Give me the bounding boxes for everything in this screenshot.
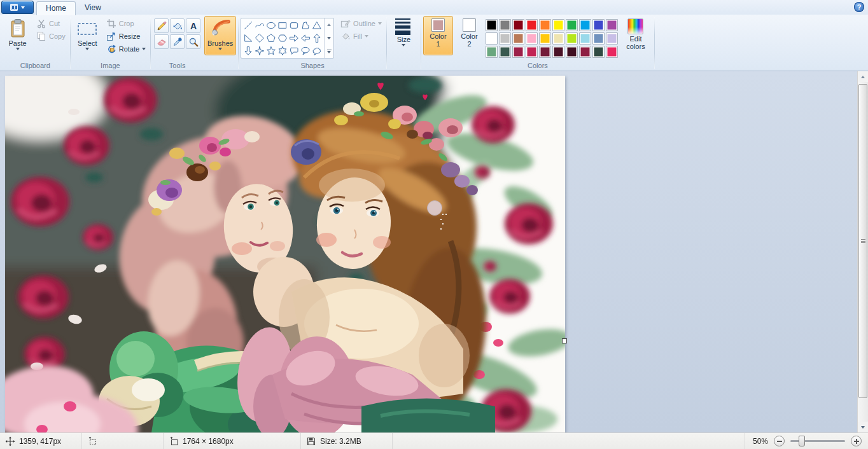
edit-colors-button[interactable]: Edit colors xyxy=(619,16,652,55)
palette-swatch[interactable] xyxy=(486,46,498,58)
more-shapes-icon xyxy=(327,50,332,53)
shape-hexagon-button[interactable] xyxy=(277,32,288,45)
shape-star-5-button[interactable] xyxy=(265,45,277,57)
tool-pencil-button[interactable] xyxy=(154,18,169,33)
canvas-resize-handle[interactable] xyxy=(562,338,567,343)
scroll-down-button[interactable] xyxy=(858,422,868,432)
shape-callout-oval-button[interactable] xyxy=(300,45,311,57)
shape-arrow-up-button[interactable] xyxy=(311,32,323,45)
color2-button[interactable]: Color 2 xyxy=(454,16,484,55)
group-divider xyxy=(654,17,655,69)
shapes-scroll-down-button[interactable] xyxy=(325,32,333,45)
right-triangle-icon xyxy=(243,33,253,43)
resize-button[interactable]: Resize xyxy=(104,31,148,42)
shape-ellipse-button[interactable] xyxy=(265,19,277,32)
palette-swatch[interactable] xyxy=(512,46,524,58)
palette-swatch[interactable] xyxy=(486,32,498,45)
zoom-slider-thumb[interactable] xyxy=(799,436,805,446)
palette-swatch[interactable] xyxy=(606,32,618,45)
palette-swatch[interactable] xyxy=(592,32,605,45)
rotate-button[interactable]: Rotate xyxy=(104,43,148,55)
palette-swatch[interactable] xyxy=(526,19,538,31)
palette-swatch[interactable] xyxy=(499,46,511,58)
palette-swatch[interactable] xyxy=(579,32,591,45)
palette-swatch[interactable] xyxy=(512,32,524,45)
drawing-canvas[interactable] xyxy=(5,76,565,432)
palette-swatch[interactable] xyxy=(486,19,498,31)
palette-swatch[interactable] xyxy=(499,32,511,45)
palette-swatch[interactable] xyxy=(526,46,538,58)
palette-swatch[interactable] xyxy=(526,32,538,45)
palette-swatch[interactable] xyxy=(566,19,578,31)
shape-arrow-right-button[interactable] xyxy=(288,32,300,45)
shape-rounded-rectangle-button[interactable] xyxy=(288,19,300,32)
shape-arrow-down-button[interactable] xyxy=(242,45,254,57)
zoom-slider[interactable] xyxy=(790,440,845,442)
vertical-scrollbar[interactable] xyxy=(857,71,868,432)
paste-button[interactable]: Paste xyxy=(3,16,32,55)
help-icon[interactable] xyxy=(854,2,864,12)
palette-swatch[interactable] xyxy=(606,46,618,58)
palette-swatch[interactable] xyxy=(539,19,551,31)
zoom-in-button[interactable] xyxy=(851,436,862,446)
palette-swatch[interactable] xyxy=(552,46,564,58)
cut-button[interactable]: Cut xyxy=(34,18,68,29)
tool-fill-with-color-button[interactable] xyxy=(170,18,185,33)
palette-swatch[interactable] xyxy=(539,32,551,45)
palette-swatch[interactable] xyxy=(566,46,578,58)
size-button[interactable]: Size xyxy=(389,16,419,55)
tool-text-button[interactable]: A xyxy=(186,18,200,33)
palette-swatch[interactable] xyxy=(592,46,605,58)
shape-outline-button[interactable]: Outline xyxy=(338,18,384,29)
brushes-button[interactable]: Brushes xyxy=(204,16,236,55)
shape-triangle-button[interactable] xyxy=(311,19,323,32)
palette-swatch[interactable] xyxy=(566,32,578,45)
paste-icon xyxy=(8,18,28,39)
shape-line-button[interactable] xyxy=(242,19,254,32)
shape-star-4-button[interactable] xyxy=(254,45,265,57)
shape-callout-cloud-button[interactable] xyxy=(311,45,323,57)
scroll-up-button[interactable] xyxy=(858,71,868,82)
selection-size-indicator xyxy=(82,433,164,449)
shape-callout-rounded-button[interactable] xyxy=(288,45,300,57)
callout-cloud-icon xyxy=(312,46,322,56)
application-menu-button[interactable] xyxy=(1,1,34,14)
tool-magnifier-button[interactable] xyxy=(186,34,200,49)
chevron-down-icon xyxy=(218,48,222,50)
copy-button[interactable]: Copy xyxy=(34,31,68,42)
color1-button[interactable]: Color 1 xyxy=(423,16,453,55)
zoom-out-button[interactable] xyxy=(774,436,785,446)
palette-swatch[interactable] xyxy=(552,19,564,31)
palette-swatch[interactable] xyxy=(539,46,551,58)
tab-view[interactable]: View xyxy=(76,1,110,15)
shape-star-6-button[interactable] xyxy=(277,45,288,57)
shape-pentagon-button[interactable] xyxy=(265,32,277,45)
tool-eraser-button[interactable] xyxy=(154,34,169,49)
file-size-text: Size: 3.2MB xyxy=(320,437,361,446)
palette-swatch[interactable] xyxy=(552,32,564,45)
palette-swatch[interactable] xyxy=(579,19,591,31)
shape-fill-button[interactable]: Fill xyxy=(338,31,384,42)
scrollbar-thumb[interactable] xyxy=(858,84,867,398)
tool-color-picker-button[interactable] xyxy=(170,34,185,49)
shape-right-triangle-button[interactable] xyxy=(242,32,254,45)
palette-swatch[interactable] xyxy=(592,19,605,31)
shape-diamond-button[interactable] xyxy=(254,32,265,45)
palette-swatch[interactable] xyxy=(512,19,524,31)
shapes-gallery-scrollbar xyxy=(324,18,333,58)
shape-arrow-left-button[interactable] xyxy=(300,32,311,45)
select-button[interactable]: Select xyxy=(73,16,102,55)
tab-home[interactable]: Home xyxy=(36,1,76,15)
tools-grid: A xyxy=(153,16,202,49)
crop-button[interactable]: Crop xyxy=(104,18,148,29)
shapes-scroll-up-button[interactable] xyxy=(325,18,333,32)
shape-curve-button[interactable] xyxy=(254,19,265,32)
shape-polygon-button[interactable] xyxy=(300,19,311,32)
palette-swatch[interactable] xyxy=(499,19,511,31)
palette-swatch[interactable] xyxy=(579,46,591,58)
palette-swatch[interactable] xyxy=(606,19,618,31)
arrow-left-icon xyxy=(300,33,311,43)
shapes-more-button[interactable] xyxy=(325,45,333,58)
ribbon-body: Paste Cut xyxy=(0,15,868,71)
shape-rectangle-button[interactable] xyxy=(277,19,288,32)
